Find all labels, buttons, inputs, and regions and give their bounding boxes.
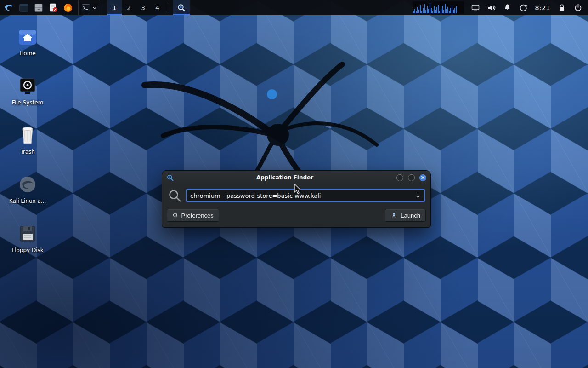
cpu-bar bbox=[418, 10, 419, 13]
launcher-firefox[interactable] bbox=[61, 0, 75, 15]
cpu-bar bbox=[446, 9, 447, 13]
desktop-icon-label: File System bbox=[12, 99, 44, 106]
history-dropdown-button[interactable]: ↓ bbox=[412, 191, 421, 200]
trash-icon bbox=[17, 124, 39, 146]
taskbar-application-finder[interactable] bbox=[173, 0, 190, 15]
preferences-label: Preferences bbox=[181, 212, 214, 219]
cpu-bar bbox=[456, 6, 457, 13]
cpu-bar bbox=[447, 7, 448, 13]
cpu-bar bbox=[417, 7, 418, 13]
dragon-body bbox=[267, 124, 289, 146]
kali-docs-icon bbox=[17, 173, 39, 196]
cpu-bar bbox=[436, 7, 437, 13]
cpu-bar bbox=[453, 10, 454, 13]
workspace-4[interactable]: 4 bbox=[150, 0, 164, 15]
arrow-down-icon: ↓ bbox=[415, 191, 421, 200]
cpu-bar bbox=[452, 5, 452, 13]
cpu-bar bbox=[454, 8, 455, 13]
application-finder-window: Application Finder × ↓ ⚙ Preferences bbox=[162, 170, 431, 228]
titlebar[interactable]: Application Finder × bbox=[162, 171, 430, 184]
cpu-bar bbox=[423, 8, 424, 13]
desktop-icon-trash[interactable]: Trash bbox=[5, 124, 51, 155]
cpu-bar bbox=[424, 4, 425, 13]
launcher-file-manager[interactable] bbox=[31, 0, 46, 15]
window-app-icon bbox=[166, 174, 174, 182]
gear-icon: ⚙ bbox=[172, 212, 178, 219]
workspace-2[interactable]: 2 bbox=[122, 0, 136, 15]
floppy-disk-icon bbox=[17, 223, 39, 245]
cpu-bar bbox=[432, 11, 433, 13]
desktop-icon-home[interactable]: Home bbox=[5, 26, 51, 57]
workspace-3[interactable]: 3 bbox=[136, 0, 150, 15]
cpu-bar bbox=[427, 6, 428, 13]
cpu-bar bbox=[441, 9, 441, 13]
cpu-bar bbox=[439, 11, 440, 13]
firefox-icon bbox=[63, 3, 73, 13]
volume-icon[interactable] bbox=[487, 3, 496, 12]
panel-separator bbox=[169, 3, 169, 13]
minimize-button[interactable] bbox=[396, 174, 403, 181]
window-title: Application Finder bbox=[181, 174, 389, 181]
desktop-icon-label: Trash bbox=[20, 149, 35, 155]
file-cabinet-icon bbox=[34, 3, 44, 13]
launch-rocket-icon bbox=[390, 212, 397, 219]
cpu-bar bbox=[438, 5, 439, 13]
file-system-icon bbox=[17, 75, 39, 97]
launcher-terminal-menu[interactable] bbox=[78, 0, 100, 15]
preferences-button[interactable]: ⚙ Preferences bbox=[167, 209, 219, 222]
display-icon[interactable] bbox=[471, 3, 480, 12]
close-icon: × bbox=[420, 175, 425, 180]
workspace-1[interactable]: 1 bbox=[107, 0, 122, 15]
cpu-bar bbox=[414, 9, 415, 13]
cpu-bar bbox=[442, 6, 443, 13]
window-icon bbox=[19, 3, 29, 13]
power-icon[interactable] bbox=[573, 3, 582, 12]
launcher-text-editor[interactable] bbox=[46, 0, 61, 15]
cpu-bar bbox=[445, 4, 446, 13]
window-footer: ⚙ Preferences Launch bbox=[162, 205, 430, 227]
cpu-bar bbox=[421, 11, 422, 13]
launch-button[interactable]: Launch bbox=[385, 209, 426, 222]
cpu-bar bbox=[416, 12, 417, 13]
lock-icon[interactable] bbox=[557, 3, 566, 12]
cpu-bar bbox=[431, 8, 432, 13]
chevron-down-icon bbox=[92, 6, 97, 10]
terminal-icon bbox=[81, 3, 90, 12]
command-box: ↓ bbox=[186, 189, 425, 202]
cpu-graph[interactable] bbox=[413, 1, 464, 14]
panel-left-group: 1 2 3 4 bbox=[0, 0, 190, 15]
desktop-icon-file-system[interactable]: File System bbox=[5, 75, 51, 106]
cpu-bar bbox=[435, 10, 436, 13]
desktop-icon-label: Floppy Disk bbox=[11, 247, 44, 253]
cpu-bar bbox=[428, 9, 429, 13]
desktop-icon-floppy-disk[interactable]: Floppy Disk bbox=[5, 223, 51, 253]
desktop-icon-label: Kali Linux a... bbox=[9, 198, 46, 204]
kali-menu-button[interactable] bbox=[2, 0, 17, 15]
command-input[interactable] bbox=[190, 192, 412, 199]
update-status-icon[interactable] bbox=[519, 3, 528, 12]
close-button[interactable]: × bbox=[419, 174, 426, 181]
notifications-bell-icon[interactable] bbox=[503, 3, 512, 12]
home-icon bbox=[17, 26, 39, 48]
maximize-button[interactable] bbox=[408, 174, 415, 181]
workspace-switcher: 1 2 3 4 bbox=[107, 0, 164, 15]
cpu-bar bbox=[443, 10, 444, 13]
top-panel: 1 2 3 4 bbox=[0, 0, 588, 15]
panel-right-group: 8:21 bbox=[413, 0, 588, 15]
cpu-bar bbox=[449, 11, 450, 13]
window-controls: × bbox=[396, 174, 426, 181]
cpu-bar bbox=[420, 5, 421, 13]
blue-orb bbox=[267, 89, 277, 99]
cpu-bar bbox=[425, 10, 426, 13]
app-finder-task-icon bbox=[177, 3, 186, 12]
clock[interactable]: 8:21 bbox=[535, 4, 550, 12]
cpu-bar bbox=[430, 3, 430, 13]
cpu-bar bbox=[434, 6, 435, 13]
desktop-icon-kali-linux[interactable]: Kali Linux a... bbox=[5, 173, 51, 204]
search-row: ↓ bbox=[162, 184, 430, 205]
desktop-icon-label: Home bbox=[19, 50, 35, 57]
launch-label: Launch bbox=[401, 212, 420, 219]
launcher-window[interactable] bbox=[17, 0, 31, 15]
kali-logo-icon bbox=[4, 2, 15, 13]
cpu-bar bbox=[413, 11, 414, 13]
